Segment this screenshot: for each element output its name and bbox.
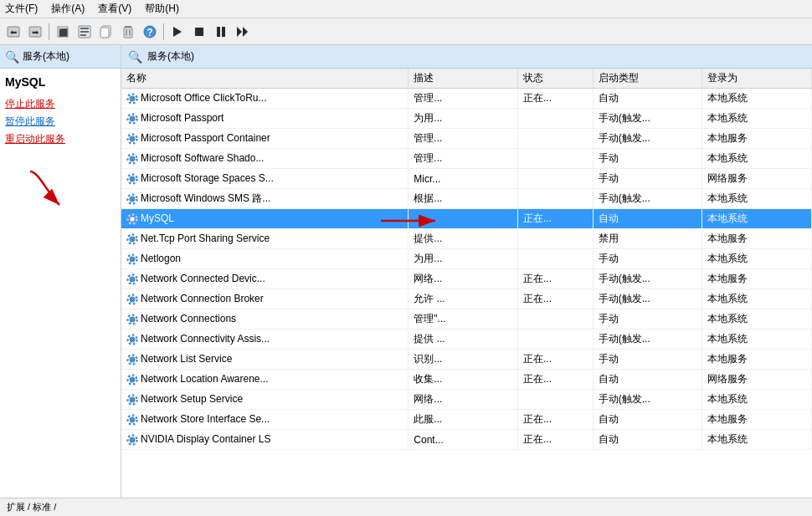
toolbar-separator-1 xyxy=(49,23,49,40)
col-header-status[interactable]: 状态 xyxy=(517,69,593,89)
cell-startup: 自动 xyxy=(593,89,702,109)
table-row[interactable]: Network List Service识别...正在...手动本地服务 xyxy=(121,350,812,370)
menu-view[interactable]: 查看(V) xyxy=(96,2,133,16)
cell-login: 本地系统 xyxy=(702,330,812,350)
table-row[interactable]: Network Setup Service网络...手动(触发...本地系统 xyxy=(121,390,812,410)
svg-text:⬛: ⬛ xyxy=(59,28,69,38)
pause-service-button[interactable] xyxy=(211,22,231,42)
cell-status xyxy=(517,229,593,249)
services-table-container: 名称 描述 状态 启动类型 登录为 Microsoft Office Click… xyxy=(121,69,812,498)
cell-login: 网络服务 xyxy=(702,169,812,189)
table-row[interactable]: Network Location Awarene...收集...正在...自动网… xyxy=(121,370,812,390)
pause-service-link[interactable]: 暂停此服务 xyxy=(5,115,116,129)
properties-button[interactable] xyxy=(75,22,95,42)
resume-service-button[interactable] xyxy=(233,22,253,42)
delete-button[interactable] xyxy=(118,22,138,42)
cell-status: 正在... xyxy=(517,209,593,229)
cell-status xyxy=(517,309,593,330)
menubar: 文件(F) 操作(A) 查看(V) 帮助(H) xyxy=(0,0,812,18)
table-row[interactable]: Microsoft Passport Container管理...手动(触发..… xyxy=(121,129,812,149)
svg-point-38 xyxy=(131,176,135,181)
cell-status xyxy=(517,129,593,149)
cell-startup: 自动 xyxy=(593,410,702,430)
cell-desc: 管理"... xyxy=(409,309,518,330)
svg-point-68 xyxy=(131,377,135,381)
table-row[interactable]: Network Store Interface Se...此服...正在...自… xyxy=(121,410,812,430)
svg-point-74 xyxy=(131,417,135,421)
table-row[interactable]: Network Connection Broker允许 ...正在...手动(触… xyxy=(121,289,812,309)
svg-rect-8 xyxy=(80,31,89,33)
expand-button[interactable]: ⬛ xyxy=(53,22,73,42)
cell-desc: 根据... xyxy=(409,189,518,209)
svg-point-59 xyxy=(131,317,135,321)
cell-login: 本地系统 xyxy=(702,289,812,309)
copy-button[interactable] xyxy=(96,22,116,42)
cell-desc: 提供... xyxy=(409,229,518,249)
cell-desc: 提供 ... xyxy=(409,330,518,350)
back-button[interactable]: ⬅ xyxy=(3,22,23,42)
cell-status xyxy=(517,109,593,129)
svg-rect-9 xyxy=(80,34,86,36)
cell-login: 本地系统 xyxy=(702,249,812,269)
table-row[interactable]: Microsoft Software Shado...管理...手动本地系统 xyxy=(121,149,812,169)
search-icon: 🔍 xyxy=(5,50,19,64)
svg-rect-11 xyxy=(100,28,109,38)
statusbar-text: 扩展 / 标准 / xyxy=(7,501,56,513)
cell-startup: 手动(触发... xyxy=(593,129,702,149)
cell-login: 本地系统 xyxy=(702,309,812,330)
cell-desc: Micr... xyxy=(409,169,518,189)
svg-point-53 xyxy=(131,277,135,281)
help-button[interactable]: ? xyxy=(140,22,160,42)
col-header-desc[interactable]: 描述 xyxy=(409,69,518,89)
cell-login: 本地系统 xyxy=(702,390,812,410)
table-row[interactable]: Netlogon为用...手动本地系统 xyxy=(121,249,812,269)
svg-point-50 xyxy=(131,257,135,261)
svg-point-56 xyxy=(131,297,135,301)
restart-service-link[interactable]: 重启动此服务 xyxy=(5,132,116,146)
cell-desc: 收集... xyxy=(409,370,518,390)
col-header-login[interactable]: 登录为 xyxy=(702,69,812,89)
table-row[interactable]: Network Connected Devic...网络...正在...手动(触… xyxy=(121,269,812,289)
table-row[interactable]: Network Connectivity Assis...提供 ...手动(触发… xyxy=(121,330,812,350)
svg-point-44 xyxy=(131,217,135,221)
table-row[interactable]: Microsoft Windows SMS 路...根据...手动(触发...本… xyxy=(121,189,812,209)
cell-login: 网络服务 xyxy=(702,370,812,390)
table-row[interactable]: Microsoft Office ClickToRu...管理...正在...自… xyxy=(121,89,812,109)
svg-point-77 xyxy=(131,437,135,442)
cell-startup: 自动 xyxy=(593,370,702,390)
cell-desc: 此服... xyxy=(409,410,518,430)
svg-point-35 xyxy=(131,156,135,161)
cell-desc: 管理... xyxy=(409,129,518,149)
col-header-name[interactable]: 名称 xyxy=(121,69,409,89)
forward-button[interactable]: ➡ xyxy=(25,22,45,42)
col-header-startup[interactable]: 启动类型 xyxy=(593,69,702,89)
cell-desc xyxy=(409,209,518,229)
cell-startup: 手动(触发... xyxy=(593,289,702,309)
cell-login: 本地服务 xyxy=(702,229,812,249)
start-service-button[interactable] xyxy=(167,22,188,42)
svg-point-47 xyxy=(131,237,135,241)
menu-help[interactable]: 帮助(H) xyxy=(143,2,181,16)
table-row[interactable]: Microsoft Storage Spaces S...Micr...手动网络… xyxy=(121,169,812,189)
table-row[interactable]: Network Connections管理"...手动本地系统 xyxy=(121,309,812,330)
search-icon-header: 🔍 xyxy=(128,50,142,64)
cell-startup: 手动(触发... xyxy=(593,109,702,129)
cell-startup: 手动 xyxy=(593,169,702,189)
cell-startup: 手动(触发... xyxy=(593,269,702,289)
svg-point-65 xyxy=(131,357,135,361)
svg-rect-20 xyxy=(217,27,220,37)
table-row[interactable]: NVIDIA Display Container LSCont...正在...自… xyxy=(121,430,812,450)
svg-marker-22 xyxy=(237,27,242,37)
cell-login: 本地系统 xyxy=(702,209,812,229)
stop-service-link[interactable]: 停止此服务 xyxy=(5,97,116,111)
svg-text:?: ? xyxy=(146,27,152,38)
svg-rect-7 xyxy=(80,28,89,29)
menu-action[interactable]: 操作(A) xyxy=(49,2,86,16)
cell-startup: 手动 xyxy=(593,309,702,330)
table-row[interactable]: MySQL正在...自动本地系统 xyxy=(121,209,812,229)
cell-desc: 识别... xyxy=(409,350,518,370)
menu-file[interactable]: 文件(F) xyxy=(3,2,39,16)
stop-service-button[interactable] xyxy=(189,22,209,42)
table-row[interactable]: Microsoft Passport为用...手动(触发...本地系统 xyxy=(121,109,812,129)
table-row[interactable]: Net.Tcp Port Sharing Service提供...禁用本地服务 xyxy=(121,229,812,249)
